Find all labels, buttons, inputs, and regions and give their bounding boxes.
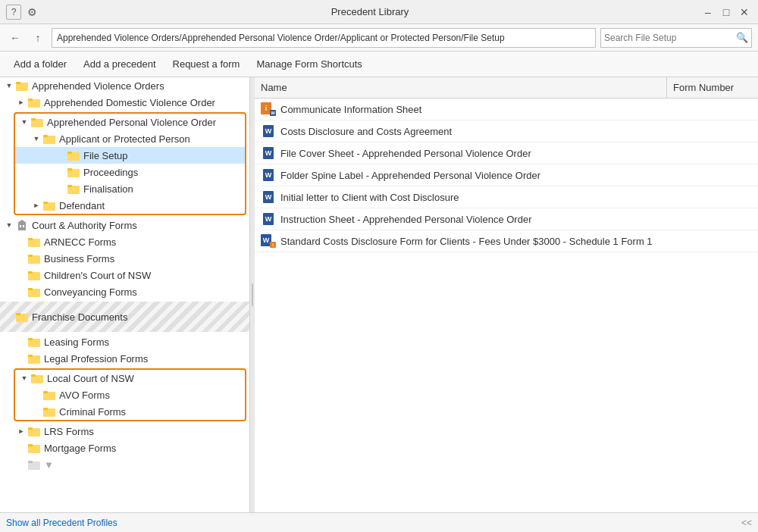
tree-label-criminal: Criminal Forms [59,406,126,418]
add-folder-button[interactable]: Add a folder [6,55,74,74]
folder-icon-lrs [27,425,41,437]
file-name-1: Communicate Information Sheet [280,104,421,115]
tree-item-apvo[interactable]: ▼ Apprehended Personal Violence Order [15,114,245,130]
tree-item-conveyancing[interactable]: Conveyancing Forms [0,283,249,300]
back-button[interactable]: ← [6,29,24,47]
file-list-header: Name Form Number [255,77,758,99]
file-icon-3: W [261,146,276,160]
settings-button[interactable]: ⚙ [24,5,39,20]
tree-item-mortgage[interactable]: Mortgage Forms [0,440,249,456]
svg-rect-39 [43,391,48,393]
folder-icon-defendant [42,199,56,211]
tree-label-proceedings: Proceedings [83,167,138,178]
file-icon-6: W [261,212,276,226]
svg-rect-25 [28,255,33,257]
file-name-4: Folder Spine Label - Apprehended Persona… [280,170,540,181]
svg-rect-12 [67,168,72,171]
tree-label-applicant: Applicant or Protected Person [59,133,190,145]
tree-item-legalpro[interactable]: Legal Profession Forms [0,350,249,367]
folder-icon-court-authority [15,219,29,231]
show-all-profiles-link[interactable]: Show all Precedent Profiles [6,518,117,528]
tree-item-defendant[interactable]: ► Defendant [15,197,245,214]
main-content: ▼ Apprehended Violence Orders ► Apprehen… [0,77,758,512]
folder-icon-avo [15,80,29,92]
tree-label-legalpro: Legal Profession Forms [44,353,148,365]
tree-item-avoforms[interactable]: AVO Forms [15,386,245,403]
file-name-5: Initial letter to Client with Cost Discl… [280,192,459,203]
help-button[interactable]: ? [6,5,21,20]
svg-rect-37 [31,374,36,377]
svg-rect-8 [43,135,48,137]
folder-icon-business [27,252,41,264]
tree-item-proceedings[interactable]: Proceedings [15,164,245,180]
folder-icon-mortgage [27,442,41,454]
expand-court-authority[interactable]: ▼ [3,219,15,231]
expand-localcourt[interactable]: ▼ [18,372,30,384]
tree-item-leasing[interactable]: Leasing Forms [0,333,249,350]
file-item-7[interactable]: W i Standard Costs Disclosure Form for C… [255,230,758,252]
tree-label-arnecc: ARNECC Forms [44,236,116,248]
tree-item-criminal[interactable]: Criminal Forms [15,403,245,420]
file-name-2: Costs Disclosure and Costs Agreement [280,126,452,137]
maximize-button[interactable]: □ [719,5,734,20]
file-item-2[interactable]: W Costs Disclosure and Costs Agreement [255,120,758,142]
tree-item-applicant[interactable]: ▼ Applicant or Protected Person [15,130,245,147]
tree-item-lrs[interactable]: ► LRS Forms [0,423,249,440]
search-input[interactable] [604,33,735,43]
file-name-3: File Cover Sheet - Apprehended Personal … [280,148,531,159]
file-icon-5: W [261,190,276,204]
manage-shortcuts-button[interactable]: Manage Form Shortcuts [249,55,369,74]
expand-applicant[interactable]: ▼ [30,133,42,145]
search-box: 🔍 [600,28,752,48]
address-bar: ← ↑ 🔍 [0,24,758,52]
svg-rect-43 [28,427,33,430]
svg-rect-17 [18,223,26,230]
svg-rect-45 [28,444,33,446]
folder-icon-localcourt [30,372,44,384]
status-bar: Show all Precedent Profiles << [0,512,758,532]
expand-avo[interactable]: ▼ [3,80,15,92]
orange-box-apvo: ▼ Apprehended Personal Violence Order ▼ [14,112,246,215]
folder-icon-finalisation [67,183,80,195]
svg-rect-31 [16,313,20,315]
file-item-6[interactable]: W Instruction Sheet - Apprehended Person… [255,208,758,230]
tree-item-court-authority[interactable]: ▼ Court & Authority Forms [0,217,249,233]
tree-item-childrens[interactable]: Children's Court of NSW [0,267,249,283]
folder-icon-more [27,458,41,471]
tree-item-avo[interactable]: ▼ Apprehended Violence Orders [0,77,249,94]
tree-label-business: Business Forms [44,253,114,264]
tree-item-finalisation[interactable]: Finalisation [15,180,245,197]
tree-item-more[interactable]: ▼ [0,456,249,473]
tree-item-arnecc[interactable]: ARNECC Forms [0,233,249,250]
request-form-button[interactable]: Request a form [165,55,248,74]
svg-rect-10 [67,152,72,154]
expand-apvo[interactable]: ▼ [18,116,30,128]
address-input[interactable] [52,28,596,48]
expand-lrs[interactable]: ► [15,425,27,437]
tree-item-advo[interactable]: ► Apprehended Domestic Violence Order [0,94,249,111]
svg-rect-33 [28,338,33,340]
file-item-1[interactable]: i W Communicate Information Sheet [255,99,758,120]
tree-label-finalisation: Finalisation [83,183,133,195]
minimize-button[interactable]: – [700,5,716,20]
search-button[interactable]: 🔍 [736,32,748,43]
up-button[interactable]: ↑ [29,29,47,47]
folder-icon-advo [27,96,41,108]
file-item-4[interactable]: W Folder Spine Label - Apprehended Perso… [255,164,758,186]
tree-label-court-authority: Court & Authority Forms [32,220,137,231]
file-icon-1: i W [261,102,276,116]
tree-label-franchise: Franchise Documents [32,311,127,323]
close-button[interactable]: ✕ [737,5,752,20]
expand-advo[interactable]: ► [15,96,27,108]
file-item-5[interactable]: W Initial letter to Client with Cost Dis… [255,186,758,208]
tree-label-avo: Apprehended Violence Orders [32,80,164,92]
tree-item-localcourt[interactable]: ▼ Local Court of NSW [15,370,245,386]
tree-label-mortgage: Mortgage Forms [44,443,116,454]
tree-item-filesetup[interactable]: ► File Setup [15,147,245,164]
add-precedent-button[interactable]: Add a precedent [76,55,163,74]
file-item-3[interactable]: W File Cover Sheet - Apprehended Persona… [255,142,758,164]
svg-rect-19 [23,225,24,227]
tree-item-business[interactable]: Business Forms [0,250,249,267]
expand-defendant[interactable]: ► [30,199,42,211]
svg-rect-2 [16,82,20,84]
